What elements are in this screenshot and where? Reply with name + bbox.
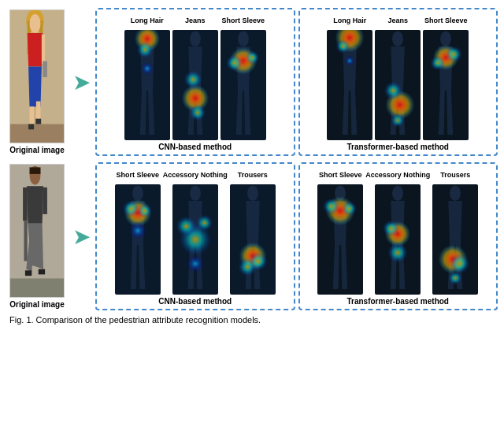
transformer-method-label-1: Transformer-based method [347, 143, 449, 151]
attr-label-trousers-cnn2: Trousers [238, 167, 268, 184]
attr-label-longhair-cnn1: Long Hair [131, 13, 164, 30]
transformer-method-images-2: Short Sleeve Accessory Nothing Trousers [317, 167, 478, 295]
attr-label-shortsleeve-tf2: Short Sleeve [319, 167, 362, 184]
original-image-1 [9, 9, 65, 143]
main-container: Original image ➤ Long Hair Jeans [0, 0, 504, 423]
heatmap-col-shortsleeve-cnn1: Short Sleeve [220, 13, 266, 140]
heatmap-shortsleeve-tf1 [423, 30, 469, 140]
transformer-method-images-1: Long Hair Jeans Short Sleeve [327, 13, 469, 140]
figure-caption: Fig. 1. Comparison of the pedestrian att… [6, 315, 498, 325]
original-label-2: Original image [9, 300, 64, 309]
heatmap-longhair-tf1 [327, 30, 372, 140]
heatmap-col-jeans-tf1: Jeans [375, 13, 421, 140]
attr-label-jeans-cnn1: Jeans [185, 13, 206, 30]
row-1: Original image ➤ Long Hair Jeans [6, 8, 498, 156]
heatmap-shortsleeve-cnn2 [115, 184, 161, 295]
attr-label-longhair-tf1: Long Hair [333, 13, 366, 30]
attr-label-trousers-tf2: Trousers [440, 167, 470, 184]
heatmap-col-longhair-tf1: Long Hair [327, 13, 372, 140]
attr-label-shortsleeve-cnn1: Short Sleeve [221, 13, 265, 30]
original-col-1: Original image [6, 9, 68, 154]
transformer-method-group-2: Short Sleeve Accessory Nothing Trousers [298, 162, 498, 310]
heatmap-col-accessory-tf2: Accessory Nothing [365, 167, 430, 295]
heatmap-col-shortsleeve-tf1: Short Sleeve [423, 13, 469, 140]
cnn-method-images-1: Long Hair Jeans Short Sleeve [124, 13, 266, 140]
heatmap-accessory-tf2 [375, 184, 421, 295]
transformer-method-label-2: Transformer-based method [347, 297, 449, 306]
rows-container: Original image ➤ Long Hair Jeans [6, 8, 498, 310]
cnn-method-label-1: CNN-based method [158, 143, 232, 151]
attr-label-jeans-tf1: Jeans [387, 13, 408, 30]
heatmap-shortsleeve-tf2 [317, 184, 363, 295]
heatmap-col-accessory-cnn2: Accessory Nothing [163, 167, 228, 295]
attr-label-accessory-cnn2: Accessory Nothing [163, 167, 228, 184]
original-col-2: Original image [6, 164, 68, 309]
heatmap-col-shortsleeve-cnn2: Short Sleeve [115, 167, 161, 295]
original-label-1: Original image [9, 146, 64, 154]
heatmap-longhair-cnn1 [124, 30, 170, 140]
heatmap-jeans-cnn1 [172, 30, 218, 140]
heatmap-col-trousers-cnn2: Trousers [230, 167, 276, 295]
heatmap-col-jeans-cnn1: Jeans [172, 13, 218, 140]
cnn-method-group-1: Long Hair Jeans Short Sleeve [95, 8, 295, 156]
heatmap-col-trousers-tf2: Trousers [432, 167, 478, 295]
heatmap-trousers-cnn2 [230, 184, 276, 295]
heatmap-accessory-cnn2 [172, 184, 218, 295]
attr-label-shortsleeve-tf1: Short Sleeve [424, 13, 468, 30]
heatmap-jeans-tf1 [375, 30, 421, 140]
attr-label-shortsleeve-cnn2: Short Sleeve [116, 167, 159, 184]
heatmap-shortsleeve-cnn1 [220, 30, 266, 140]
arrow-2: ➤ [72, 224, 91, 250]
attr-label-accessory-tf2: Accessory Nothing [365, 167, 430, 184]
heatmap-col-shortsleeve-tf2: Short Sleeve [317, 167, 363, 295]
cnn-method-label-2: CNN-based method [158, 297, 232, 306]
arrow-1: ➤ [72, 69, 91, 95]
cnn-method-images-2: Short Sleeve Accessory Nothing Trousers [115, 167, 276, 295]
heatmap-trousers-tf2 [432, 184, 478, 295]
heatmap-col-longhair-cnn1: Long Hair [124, 13, 170, 140]
cnn-method-group-2: Short Sleeve Accessory Nothing Trousers [95, 162, 295, 310]
transformer-method-group-1: Long Hair Jeans Short Sleeve [298, 8, 498, 156]
original-image-2 [9, 164, 65, 298]
row-2: Original image ➤ Short Sleeve Accessory … [6, 162, 498, 310]
